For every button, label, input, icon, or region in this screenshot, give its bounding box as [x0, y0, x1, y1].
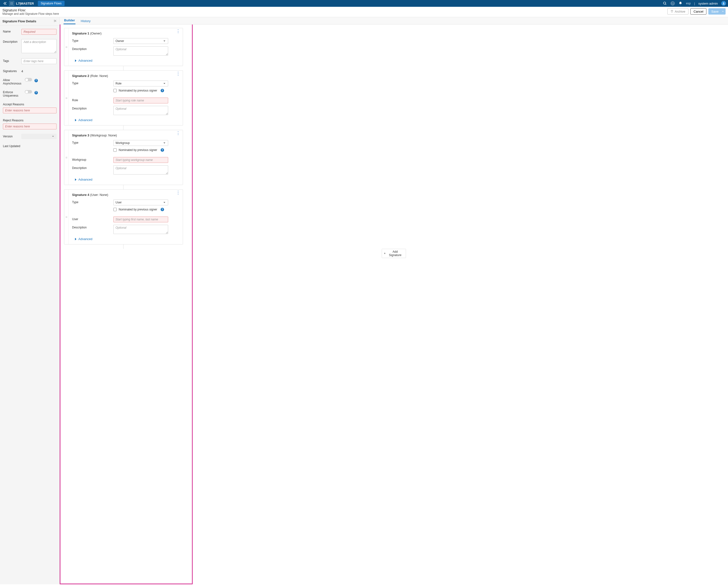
- enforce-uniq-toggle[interactable]: [25, 90, 32, 94]
- back-button[interactable]: [2, 0, 8, 6]
- connector-line: [123, 66, 124, 70]
- type-label: Type: [72, 38, 113, 43]
- svg-line-5: [666, 4, 666, 5]
- reject-reasons-label: Reject Reasons: [3, 118, 56, 122]
- role-input[interactable]: [113, 98, 168, 103]
- user-input[interactable]: [113, 217, 168, 222]
- kebab-menu-icon[interactable]: ⋮: [176, 132, 180, 133]
- extra-field-label: Role: [72, 98, 113, 102]
- type-select[interactable]: Workgroup: [113, 140, 168, 146]
- add-signature-button[interactable]: + Add Signature: [382, 249, 406, 258]
- version-select[interactable]: [21, 134, 56, 139]
- description-textarea[interactable]: [113, 165, 168, 175]
- svg-rect-0: [10, 2, 11, 3]
- nominated-checkbox[interactable]: [113, 89, 117, 92]
- description-textarea[interactable]: [113, 225, 168, 234]
- type-label: Type: [72, 200, 113, 204]
- advanced-toggle[interactable]: Advanced: [75, 237, 168, 241]
- description-textarea[interactable]: [21, 39, 56, 53]
- type-select[interactable]: Owner: [113, 38, 168, 44]
- accept-reasons-input[interactable]: [3, 107, 56, 113]
- nominated-label: Nominated by previous signer: [119, 89, 157, 92]
- signature-card: ⋮ ≡ Signature 2 (Role: None) Type Role N…: [64, 70, 183, 126]
- info-icon[interactable]: ?: [161, 208, 164, 211]
- advanced-toggle[interactable]: Advanced: [75, 118, 168, 122]
- signature-card: ⋮ ≡ Signature 4 (User: None) Type User N…: [64, 189, 183, 245]
- nominated-checkbox[interactable]: [113, 208, 117, 211]
- type-label: Type: [72, 81, 113, 85]
- bell-icon[interactable]: [678, 1, 683, 6]
- save-label: Save: [711, 10, 719, 14]
- drag-handle-icon[interactable]: ≡: [64, 71, 69, 125]
- name-input[interactable]: [21, 29, 56, 35]
- kebab-menu-icon[interactable]: ⋮: [176, 31, 180, 31]
- advanced-label: Advanced: [78, 59, 93, 62]
- advanced-label: Advanced: [78, 118, 93, 122]
- nominated-label: Nominated by previous signer: [119, 148, 157, 152]
- tags-input[interactable]: [21, 58, 56, 64]
- cancel-label: Cancel: [694, 10, 703, 14]
- archive-label: Archive: [675, 10, 685, 14]
- trash-icon: [671, 10, 673, 14]
- signatures-count: 4: [21, 69, 56, 73]
- info-icon[interactable]: ?: [161, 148, 164, 152]
- extra-field-label: Workgroup: [72, 157, 113, 161]
- allow-async-toggle[interactable]: [25, 78, 32, 81]
- tab-builder-label: Builder: [64, 19, 75, 22]
- username-label[interactable]: system admin: [698, 2, 718, 5]
- workgroup-input[interactable]: [113, 157, 168, 163]
- builder-scroll[interactable]: ⋮ ≡ Signature 1 (Owner) Type Owner Descr…: [60, 25, 728, 584]
- info-icon[interactable]: ?: [161, 89, 164, 92]
- tab-history-label: History: [81, 19, 90, 23]
- desc-label: Description: [72, 106, 113, 110]
- version-label: Version: [3, 134, 21, 139]
- type-select[interactable]: User: [113, 200, 168, 205]
- drag-handle-icon[interactable]: ≡: [64, 189, 69, 244]
- chevron-down-icon: [720, 10, 724, 12]
- cancel-button[interactable]: Cancel: [691, 8, 706, 15]
- kebab-menu-icon[interactable]: ⋮: [176, 73, 180, 74]
- header-tab[interactable]: Signature Flows: [38, 1, 64, 6]
- signature-title: Signature 2 (Role: None): [72, 74, 168, 78]
- nominated-label: Nominated by previous signer: [119, 208, 157, 211]
- tab-builder[interactable]: Builder: [63, 17, 76, 24]
- subheader: Signature Flow: Manage and add Signature…: [0, 7, 728, 17]
- info-icon[interactable]: ?: [34, 79, 38, 82]
- plus-icon: +: [384, 252, 386, 255]
- archive-button[interactable]: Archive: [667, 8, 688, 15]
- advanced-toggle[interactable]: Advanced: [75, 59, 168, 62]
- avatar[interactable]: [721, 1, 726, 6]
- caret-right-icon: [75, 119, 76, 121]
- signatures-label: Signatures: [3, 69, 21, 73]
- description-textarea[interactable]: [113, 46, 168, 56]
- description-textarea[interactable]: [113, 106, 168, 115]
- advanced-toggle[interactable]: Advanced: [75, 178, 168, 181]
- enforce-uniq-label: Enforce Uniqueness: [3, 90, 25, 97]
- nominated-checkbox[interactable]: [113, 148, 117, 152]
- kebab-menu-icon[interactable]: ⋮: [176, 192, 180, 193]
- help-icon[interactable]: ?: [671, 1, 675, 6]
- connector-line: [123, 185, 124, 189]
- locale-label[interactable]: esp: [686, 2, 691, 5]
- type-select[interactable]: Role: [113, 81, 168, 86]
- caret-right-icon: [75, 178, 76, 181]
- signature-title: Signature 3 (Workgroup: None): [72, 133, 168, 137]
- svg-point-4: [664, 2, 666, 4]
- signature-title: Signature 4 (User: None): [72, 193, 168, 197]
- info-icon[interactable]: ?: [34, 91, 38, 95]
- desc-label: Description: [72, 165, 113, 170]
- reject-reasons-input[interactable]: [3, 124, 56, 129]
- save-button[interactable]: Save: [708, 8, 726, 15]
- drag-handle-icon[interactable]: ≡: [64, 130, 69, 185]
- tabs: Builder History: [60, 17, 728, 25]
- collapse-icon[interactable]: [54, 19, 57, 23]
- svg-point-6: [723, 2, 724, 3]
- divider: |: [694, 2, 695, 5]
- signature-title: Signature 1 (Owner): [72, 31, 168, 35]
- content-area: Builder History ⋮ ≡ Signature 1 (Owner) …: [60, 17, 728, 584]
- search-icon[interactable]: [663, 1, 667, 6]
- drag-handle-icon[interactable]: ≡: [64, 28, 69, 66]
- last-updated-label: Last Updated: [3, 144, 56, 148]
- tab-history[interactable]: History: [80, 18, 91, 24]
- signature-card: ⋮ ≡ Signature 3 (Workgroup: None) Type W…: [64, 130, 183, 185]
